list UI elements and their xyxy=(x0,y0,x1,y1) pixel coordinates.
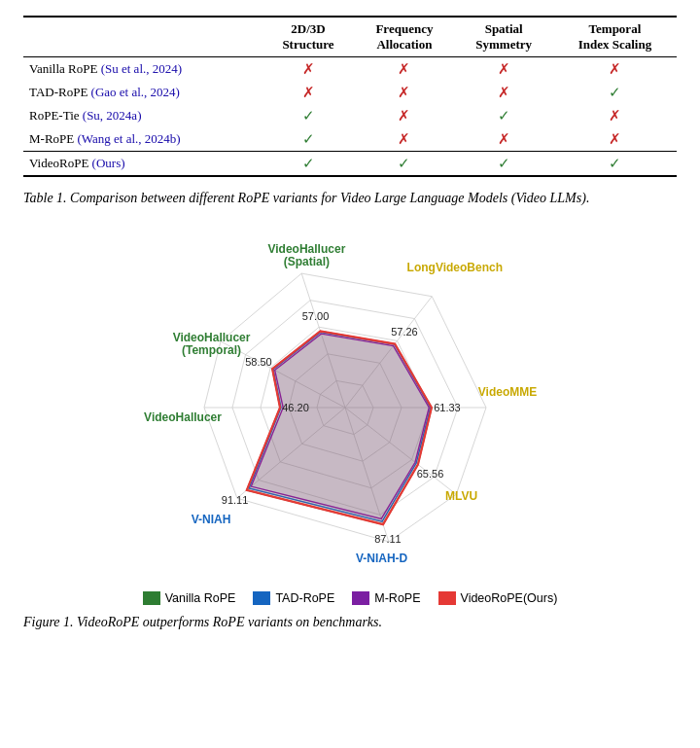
citation: (Su, 2024a) xyxy=(83,108,142,123)
legend-label: TAD-RoPE xyxy=(275,591,334,605)
cross-icon: ✗ xyxy=(498,131,510,147)
legend-color-box xyxy=(352,591,369,605)
axis-value-0: 61.33 xyxy=(434,402,461,413)
temporal-cell: ✗ xyxy=(553,57,677,82)
check-icon: ✓ xyxy=(302,156,315,171)
structure-cell: ✗ xyxy=(262,57,355,82)
cross-icon: ✗ xyxy=(398,131,410,147)
table-row: VideoRoPE (Ours) ✓ ✓ ✓ ✓ xyxy=(23,152,677,177)
radar-svg-wrapper: VideoMME61.33LongVideoBench57.26VideoHal… xyxy=(97,218,603,588)
axis-label-4: VideoHallucer xyxy=(144,410,222,424)
table-row: TAD-RoPE (Gao et al., 2024) ✗ ✗ ✗ ✓ xyxy=(23,81,677,104)
spatial-cell: ✗ xyxy=(454,127,552,152)
frequency-cell: ✗ xyxy=(354,57,454,82)
col-header-model xyxy=(23,17,262,57)
axis-value-1: 57.26 xyxy=(391,326,418,338)
axis-value-2: 57.00 xyxy=(302,310,330,322)
table-caption: Table 1. Comparison between different Ro… xyxy=(23,189,677,208)
table-row: M-RoPE (Wang et al., 2024b) ✓ ✗ ✗ ✗ xyxy=(23,127,677,152)
axis-label-6: V-NIAH-D xyxy=(356,551,408,564)
col-header-frequency: FrequencyAllocation xyxy=(354,17,454,57)
model-name-cell: RoPE-Tie (Su, 2024a) xyxy=(23,104,262,127)
table-row: Vanilla RoPE (Su et al., 2024) ✗ ✗ ✗ ✗ xyxy=(23,57,677,82)
cross-icon: ✗ xyxy=(498,61,510,77)
check-icon: ✓ xyxy=(302,131,315,147)
radar-chart-container: VideoMME61.33LongVideoBench57.26VideoHal… xyxy=(23,218,677,605)
temporal-cell: ✗ xyxy=(553,127,677,152)
structure-cell: ✗ xyxy=(262,81,355,104)
spatial-cell: ✗ xyxy=(454,57,552,82)
chart-legend: Vanilla RoPE TAD-RoPE M-RoPE VideoRoPE(O… xyxy=(143,591,558,605)
legend-color-box xyxy=(253,591,270,605)
check-icon: ✓ xyxy=(498,156,510,171)
check-icon: ✓ xyxy=(609,156,621,171)
legend-color-box xyxy=(143,591,160,605)
temporal-cell: ✓ xyxy=(553,81,677,104)
series-videorope(ours) xyxy=(247,331,432,524)
model-name-cell: Vanilla RoPE (Su et al., 2024) xyxy=(23,57,262,82)
citation: (Ours) xyxy=(92,156,125,170)
temporal-cell: ✓ xyxy=(553,152,677,177)
axis-value-3: 58.50 xyxy=(245,355,272,367)
axis-label-1: LongVideoBench xyxy=(407,261,503,274)
legend-item-tad-rope: TAD-RoPE xyxy=(253,591,334,605)
model-name-cell: M-RoPE (Wang et al., 2024b) xyxy=(23,127,262,152)
table-row: RoPE-Tie (Su, 2024a) ✓ ✗ ✓ ✗ xyxy=(23,104,677,127)
frequency-cell: ✗ xyxy=(354,104,454,127)
cross-icon: ✗ xyxy=(302,85,315,100)
spatial-cell: ✓ xyxy=(454,152,552,177)
model-name-cell: TAD-RoPE (Gao et al., 2024) xyxy=(23,81,262,104)
structure-cell: ✓ xyxy=(262,104,355,127)
legend-item-m-rope: M-RoPE xyxy=(352,591,420,605)
citation: (Wang et al., 2024b) xyxy=(77,131,180,146)
axis-value-6: 87.11 xyxy=(374,533,402,545)
axis-label-2: VideoHallucer(Spatial) xyxy=(267,242,345,268)
radar-chart: VideoMME61.33LongVideoBench57.26VideoHal… xyxy=(97,218,603,588)
model-name-cell: VideoRoPE (Ours) xyxy=(23,152,262,177)
frequency-cell: ✓ xyxy=(354,152,454,177)
structure-cell: ✓ xyxy=(262,127,355,152)
cross-icon: ✗ xyxy=(302,61,315,77)
cross-icon: ✗ xyxy=(609,108,621,124)
comparison-table: 2D/3DStructure FrequencyAllocation Spati… xyxy=(23,16,677,177)
check-icon: ✓ xyxy=(498,108,510,124)
axis-value-4: 46.20 xyxy=(282,402,309,413)
legend-label: Vanilla RoPE xyxy=(165,591,236,605)
legend-color-box xyxy=(438,591,456,605)
temporal-cell: ✗ xyxy=(553,104,677,127)
cross-icon: ✗ xyxy=(609,131,621,147)
axis-value-5: 91.11 xyxy=(222,494,249,506)
spatial-cell: ✓ xyxy=(454,104,552,127)
cross-icon: ✗ xyxy=(398,85,410,100)
col-header-spatial: SpatialSymmetry xyxy=(454,17,552,57)
cross-icon: ✗ xyxy=(498,85,510,100)
legend-label: VideoRoPE(Ours) xyxy=(461,591,558,605)
axis-label-5: V-NIAH xyxy=(192,513,231,526)
check-icon: ✓ xyxy=(302,108,315,124)
check-icon: ✓ xyxy=(609,85,621,100)
cross-icon: ✗ xyxy=(398,108,410,124)
legend-label: M-RoPE xyxy=(374,591,420,605)
check-icon: ✓ xyxy=(398,156,410,171)
axis-label-7: MLVU xyxy=(445,488,477,502)
axis-label-3: VideoHallucer(Temporal) xyxy=(173,330,251,356)
cross-icon: ✗ xyxy=(398,61,410,77)
legend-item-videorope(ours): VideoRoPE(Ours) xyxy=(438,591,558,605)
legend-item-vanilla-rope: Vanilla RoPE xyxy=(143,591,236,605)
citation: (Gao et al., 2024) xyxy=(91,85,180,99)
spatial-cell: ✗ xyxy=(454,81,552,104)
citation: (Su et al., 2024) xyxy=(101,61,182,76)
figure-caption: Figure 1. VideoRoPE outperforms RoPE var… xyxy=(23,613,677,632)
col-header-structure: 2D/3DStructure xyxy=(262,17,355,57)
frequency-cell: ✗ xyxy=(354,127,454,152)
axis-label-0: VideoMME xyxy=(478,385,537,399)
axis-value-7: 65.56 xyxy=(417,468,444,480)
col-header-temporal: TemporalIndex Scaling xyxy=(553,17,677,57)
cross-icon: ✗ xyxy=(609,61,621,77)
structure-cell: ✓ xyxy=(262,152,355,177)
frequency-cell: ✗ xyxy=(354,81,454,104)
